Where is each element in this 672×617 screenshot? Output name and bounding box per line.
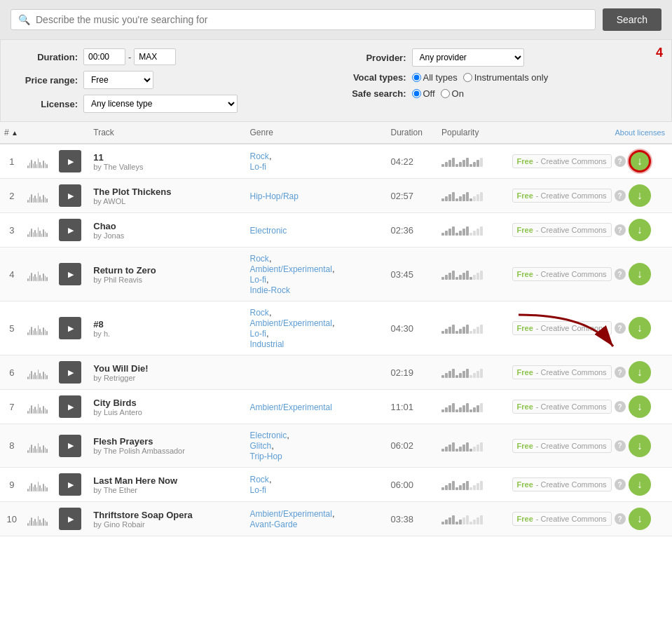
download-button[interactable] xyxy=(629,435,651,457)
license-help-icon[interactable]: ? xyxy=(615,323,626,334)
track-popularity xyxy=(437,248,507,301)
license-help-icon[interactable]: ? xyxy=(615,440,626,452)
search-input[interactable] xyxy=(36,14,588,25)
track-artist: by The Polish Ambassador xyxy=(93,447,241,455)
download-cell: Free - Creative Commons ? xyxy=(512,361,668,384)
col-header-track[interactable]: Track xyxy=(89,122,245,144)
download-button[interactable] xyxy=(629,150,651,172)
license-help-icon[interactable]: ? xyxy=(615,224,626,236)
download-button[interactable] xyxy=(629,473,651,496)
track-play-cell xyxy=(55,301,89,355)
track-waveform xyxy=(23,213,55,248)
play-button[interactable] xyxy=(59,263,81,285)
track-popularity xyxy=(437,213,507,248)
download-button[interactable] xyxy=(629,508,651,530)
genre-link[interactable]: Ambient/Experimental xyxy=(250,509,332,519)
waveform-icon xyxy=(27,512,47,526)
genre-link[interactable]: Electronic xyxy=(250,226,287,236)
license-help-icon[interactable]: ? xyxy=(615,513,626,524)
table-row: 7 City Birds by Luis Antero Ambient/Expe… xyxy=(0,390,672,424)
track-duration: 02:36 xyxy=(386,213,437,248)
genre-link[interactable]: Trip-Hop xyxy=(250,452,282,461)
search-button[interactable]: Search xyxy=(603,8,661,31)
download-button[interactable] xyxy=(629,184,651,207)
vocal-all-radio[interactable] xyxy=(412,73,421,82)
duration-from-input[interactable] xyxy=(83,48,125,65)
genre-link[interactable]: Hip-Hop/Rap xyxy=(250,191,299,201)
play-button[interactable] xyxy=(59,361,81,384)
duration-filter-row: Duration: - xyxy=(15,48,329,65)
download-button[interactable] xyxy=(629,317,651,339)
safe-off-radio[interactable] xyxy=(412,89,421,98)
play-button[interactable] xyxy=(59,317,81,339)
search-icon: 🔍 xyxy=(18,14,30,25)
price-select[interactable]: Free Any price Premium xyxy=(83,71,153,89)
vocal-all-option[interactable]: All types xyxy=(412,72,458,83)
genre-link[interactable]: Ambient/Experimental xyxy=(250,264,332,274)
col-header-download[interactable]: About licenses xyxy=(508,122,672,144)
license-help-icon[interactable]: ? xyxy=(615,190,626,201)
license-select[interactable]: Any license type Creative Commons Commer… xyxy=(83,95,238,113)
track-play-cell xyxy=(55,144,89,179)
play-button[interactable] xyxy=(59,395,81,418)
license-help-icon[interactable]: ? xyxy=(615,401,626,412)
license-help-icon[interactable]: ? xyxy=(615,269,626,280)
vocal-instrumental-radio[interactable] xyxy=(463,73,472,82)
track-info: #8 by h. xyxy=(89,301,245,355)
track-num: 9 xyxy=(0,468,23,502)
col-header-duration[interactable]: Duration xyxy=(386,122,437,144)
safe-on-radio[interactable] xyxy=(441,89,450,98)
play-button[interactable] xyxy=(59,219,81,241)
genre-link[interactable]: Electronic xyxy=(250,430,287,440)
license-help-icon[interactable]: ? xyxy=(615,156,626,167)
track-popularity xyxy=(437,301,507,355)
play-button[interactable] xyxy=(59,508,81,530)
col-header-popularity[interactable]: Popularity xyxy=(437,122,507,144)
col-header-num[interactable]: # ▲ xyxy=(0,122,23,144)
provider-select[interactable]: Any provider ccMixter Free Music Archive xyxy=(412,48,524,67)
genre-link[interactable]: Rock xyxy=(250,254,269,264)
waveform-icon xyxy=(27,439,47,453)
genre-link[interactable]: Rock xyxy=(250,151,269,161)
play-button[interactable] xyxy=(59,150,81,172)
play-button[interactable] xyxy=(59,473,81,496)
genre-link[interactable]: Industrial xyxy=(250,339,284,349)
genre-link[interactable]: Ambient/Experimental xyxy=(250,318,332,328)
download-button[interactable] xyxy=(629,219,651,241)
play-button[interactable] xyxy=(59,435,81,457)
download-button[interactable] xyxy=(629,361,651,384)
download-cell: Free - Creative Commons ? xyxy=(512,473,668,496)
popularity-bars xyxy=(441,401,503,412)
track-waveform xyxy=(23,390,55,424)
safe-off-option[interactable]: Off xyxy=(412,88,435,99)
genre-link[interactable]: Lo-fi xyxy=(250,329,266,339)
track-waveform xyxy=(23,355,55,390)
license-help-icon[interactable]: ? xyxy=(615,367,626,378)
about-licenses-link[interactable]: About licenses xyxy=(615,128,668,137)
genre-link[interactable]: Lo-fi xyxy=(250,275,266,285)
genre-link[interactable]: Indie-Rock xyxy=(250,285,290,295)
license-badge: Free - Creative Commons xyxy=(512,512,612,526)
genre-link[interactable]: Rock xyxy=(250,308,269,318)
genre-link[interactable]: Avant-Garde xyxy=(250,520,298,529)
genre-link[interactable]: Glitch xyxy=(250,441,272,451)
genre-link[interactable]: Lo-fi xyxy=(250,162,266,172)
genre-link[interactable]: Lo-fi xyxy=(250,485,266,495)
popularity-bars xyxy=(441,323,503,334)
track-duration: 06:02 xyxy=(386,424,437,468)
table-row: 5 #8 by h. Rock,Ambient/Experimental,Lo-… xyxy=(0,301,672,355)
play-button[interactable] xyxy=(59,184,81,207)
download-button[interactable] xyxy=(629,395,651,418)
col-header-genre[interactable]: Genre xyxy=(246,122,387,144)
safe-on-option[interactable]: On xyxy=(441,88,464,99)
vocal-instrumental-option[interactable]: Instrumentals only xyxy=(463,72,549,83)
genre-link[interactable]: Rock xyxy=(250,475,269,484)
license-help-icon[interactable]: ? xyxy=(615,479,626,490)
duration-to-input[interactable] xyxy=(134,48,176,65)
track-play-cell xyxy=(55,390,89,424)
genre-link[interactable]: Ambient/Experimental xyxy=(250,402,332,412)
table-row: 1 11 by The Valleys Rock,Lo-fi 04:22 Fre… xyxy=(0,144,672,179)
download-button[interactable] xyxy=(629,263,651,285)
price-label: Price range: xyxy=(15,75,78,86)
track-genre: Hip-Hop/Rap xyxy=(246,179,387,213)
